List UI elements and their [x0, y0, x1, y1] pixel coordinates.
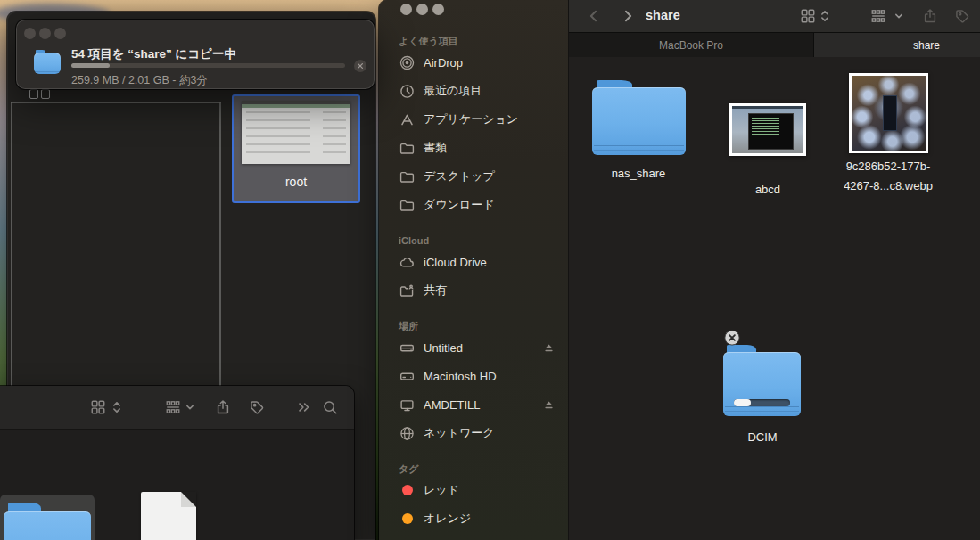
sidebar-item-desktop[interactable]: デスクトップ [379, 162, 568, 191]
icon-view-grid-icon[interactable] [29, 89, 50, 99]
chevron-down-icon[interactable] [183, 399, 197, 415]
eject-icon[interactable] [542, 398, 556, 412]
webp-thumbnail [852, 76, 926, 151]
sidebar-item-documents[interactable]: 書類 [379, 134, 568, 162]
back-icon[interactable] [586, 8, 602, 24]
finder-main-pane: share MacBook Pro share [568, 0, 980, 540]
view-chevrons-icon[interactable] [109, 399, 125, 415]
screenshot-root: { "colors": { "selection_accent": "#3e71… [0, 0, 980, 540]
minimize-window-button[interactable] [39, 28, 51, 39]
documents-folder-icon [399, 141, 416, 156]
file-label: root [234, 175, 358, 189]
sidebar-section-title: タグ [379, 462, 568, 476]
sidebar-item-label: iCloud Drive [424, 256, 487, 269]
folder-icon [34, 50, 61, 74]
group-by-icon[interactable] [165, 399, 181, 415]
more-toolbar-icon[interactable] [296, 399, 312, 415]
sidebar-item-label: レッド [424, 482, 459, 498]
sidebar-item-airdrop[interactable]: AirDrop [379, 48, 568, 77]
tag-icon[interactable] [249, 399, 265, 415]
sidebar-item-tag-red[interactable]: レッド [379, 476, 568, 504]
sidebar-section-title: 場所 [379, 319, 568, 333]
share-icon[interactable] [215, 399, 231, 415]
sidebar-item-applications[interactable]: アプリケーション [379, 105, 568, 134]
icon-view-grid-icon[interactable] [90, 399, 106, 415]
file-item-nas-share[interactable] [592, 80, 686, 155]
file-item-root[interactable]: root [232, 94, 360, 203]
close-window-button[interactable] [24, 28, 36, 39]
finder-sidebar: よく使う項目 AirDrop 最近の項目 アプリケーション 書類 デスクトップ … [379, 0, 568, 540]
toolbar: share [569, 0, 980, 32]
file-item-document[interactable] [141, 492, 196, 540]
clock-icon [399, 84, 416, 99]
sidebar-item-untitled-volume[interactable]: Untitled [379, 333, 568, 362]
zoom-window-button[interactable] [54, 28, 66, 39]
file-item-folder[interactable] [4, 503, 91, 540]
forward-icon[interactable] [620, 8, 636, 24]
sidebar-item-label: ダウンロード [424, 197, 495, 213]
file-item-abcd[interactable] [729, 103, 806, 156]
red-tag-dot-icon [402, 485, 413, 495]
toolbar [0, 386, 354, 430]
tab-share[interactable]: share [814, 33, 980, 57]
sidebar-item-label: オレンジ [424, 511, 471, 527]
sidebar-section-title: iCloud [379, 233, 568, 248]
network-globe-icon [399, 426, 416, 441]
close-window-button[interactable] [400, 4, 412, 15]
copy-dialog-title: 54 項目を “share” にコピー中 [71, 46, 236, 62]
sidebar-item-network[interactable]: ネットワーク [379, 419, 568, 447]
sidebar-item-shared[interactable]: 共有 [379, 276, 568, 305]
finder-window-share: よく使う項目 AirDrop 最近の項目 アプリケーション 書類 デスクトップ … [379, 0, 980, 540]
sidebar-item-amdetill[interactable]: AMDETILL [379, 390, 568, 419]
airdrop-icon [399, 55, 416, 70]
sidebar-item-label: 書類 [424, 140, 447, 156]
sidebar-item-label: デスクトップ [424, 168, 495, 184]
tab-bar: MacBook Pro share [569, 32, 980, 58]
sidebar-item-macintosh-hd[interactable]: Macintosh HD [379, 362, 568, 390]
file-area [0, 430, 354, 540]
file-label[interactable]: DCIM [696, 430, 829, 444]
file-item-webp[interactable] [849, 73, 928, 153]
share-icon[interactable] [922, 8, 938, 24]
file-label[interactable]: abcd [701, 183, 835, 196]
copy-progress-bar [71, 63, 345, 68]
file-item-dcim[interactable] [723, 345, 801, 416]
chevron-down-icon[interactable] [892, 8, 906, 24]
file-label[interactable]: nas_share [572, 167, 705, 180]
display-icon [399, 397, 416, 413]
sidebar-item-label: AirDrop [424, 56, 463, 70]
zoom-window-button[interactable] [432, 4, 444, 15]
traffic-lights [24, 28, 66, 39]
cancel-copy-badge[interactable] [724, 330, 740, 346]
minimize-window-button[interactable] [416, 4, 428, 15]
sidebar-item-label: Untitled [424, 341, 463, 355]
tag-icon[interactable] [954, 8, 970, 24]
sidebar-item-label: アプリケーション [424, 111, 518, 127]
tab-label: share [913, 39, 940, 52]
eject-icon[interactable] [542, 341, 556, 355]
sidebar-item-label: 共有 [424, 282, 447, 299]
file-label-line1[interactable]: 9c286b52-177b- [821, 160, 955, 173]
search-icon[interactable] [322, 399, 338, 415]
tab-macbook-pro[interactable]: MacBook Pro [569, 33, 814, 57]
group-by-icon[interactable] [870, 8, 886, 24]
file-area: nas_share abcd 9c286b52-177b- 4267-8...c… [569, 57, 980, 540]
copy-progress-dialog: 54 項目を “share” にコピー中 259.9 MB / 2.01 GB … [16, 20, 375, 89]
icloud-icon [399, 255, 416, 270]
downloads-folder-icon [399, 198, 416, 213]
sidebar-item-icloud-drive[interactable]: iCloud Drive [379, 248, 568, 276]
cancel-icon[interactable] [353, 59, 367, 73]
window-title: share [646, 8, 680, 22]
sidebar-item-label: 最近の項目 [424, 83, 482, 99]
icon-view-grid-icon[interactable] [800, 8, 816, 24]
file-label-line2[interactable]: 4267-8...c8.webp [821, 179, 955, 192]
external-drive-icon [399, 340, 416, 356]
bottom-finder-window [0, 386, 354, 540]
sidebar-item-label: Macintosh HD [424, 370, 497, 383]
sidebar-item-downloads[interactable]: ダウンロード [379, 191, 568, 219]
sidebar-item-tag-orange[interactable]: オレンジ [379, 504, 568, 533]
view-chevrons-icon[interactable] [817, 8, 833, 24]
sidebar-item-recents[interactable]: 最近の項目 [379, 77, 568, 105]
shared-folder-icon [399, 283, 416, 299]
abcd-thumbnail [732, 106, 803, 153]
